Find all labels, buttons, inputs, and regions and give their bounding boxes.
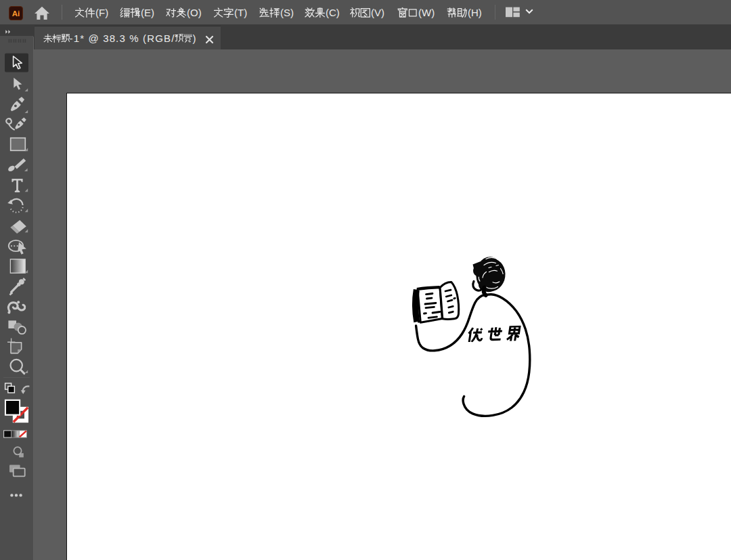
- svg-text:Ai: Ai: [12, 9, 20, 18]
